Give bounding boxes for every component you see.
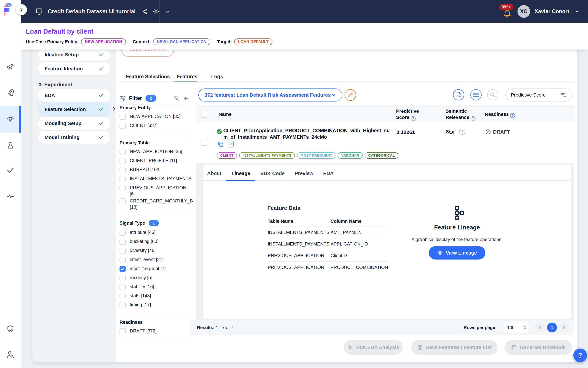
tab-features[interactable]: Features (177, 74, 197, 79)
filter-option[interactable]: bucketing [60] (119, 238, 190, 247)
checkbox[interactable] (119, 198, 126, 204)
semantic-relevance-value: 8/10 ? (446, 129, 465, 135)
feature-name[interactable]: CLIENT_PriorApplication_PRODUCT_COMBINAT… (223, 127, 392, 140)
detail-tab-sdk-code[interactable]: SDK Code (260, 171, 285, 176)
checkbox[interactable] (119, 149, 126, 155)
user-menu-chevron-icon[interactable] (574, 9, 580, 14)
telescope-icon[interactable] (7, 62, 14, 70)
avatar[interactable]: XC (517, 5, 530, 18)
tab-logs[interactable]: Logs (211, 74, 223, 79)
share-icon[interactable] (141, 8, 147, 15)
sidebar-item-eda[interactable]: EDA (38, 89, 110, 102)
filter-option[interactable]: NEW APPLICATION [35] (119, 112, 190, 121)
flask-icon[interactable] (7, 142, 14, 149)
feature-row[interactable]: CLIENT_PriorApplication_PRODUCT_COMBINAT… (196, 122, 574, 163)
row-checkbox[interactable] (201, 139, 208, 146)
generate-notebook-button[interactable]: Generate Notebook (505, 340, 572, 355)
filter-option[interactable]: CREDIT_CARD_MONTHLY_B [13] (119, 197, 190, 210)
notifications-bell-icon[interactable]: 999+ (502, 5, 514, 18)
checkbox[interactable] (119, 158, 126, 164)
copy-id-icon[interactable]: ID (227, 141, 233, 147)
page-number-button[interactable]: 1 (547, 322, 557, 332)
filter-option[interactable]: timing [17] (119, 301, 190, 310)
tab-feature-selections[interactable]: Feature Selections (126, 74, 170, 79)
detail-tab-preview[interactable]: Preview (295, 171, 313, 176)
checkbox[interactable] (119, 239, 126, 245)
checkbox[interactable] (119, 328, 126, 334)
checkbox[interactable] (119, 114, 126, 120)
detail-tab-lineage[interactable]: Lineage (232, 171, 250, 176)
detail-tab-eda[interactable]: EDA (323, 171, 334, 176)
filter-option[interactable]: CLIENT_PROFILE [11] (119, 157, 190, 166)
checkbox[interactable] (119, 176, 126, 182)
app-logo-icon[interactable] (3, 2, 17, 18)
magic-wand-button[interactable] (345, 89, 356, 101)
sidebar-item-modeling-setup[interactable]: Modeling Setup (38, 117, 110, 130)
save-features-button[interactable]: Save Features / Feature List (411, 340, 498, 355)
sort-by-dropdown[interactable]: Predictive Score (505, 89, 572, 101)
search-button[interactable] (487, 89, 498, 101)
help-icon[interactable]: ? (459, 129, 465, 135)
help-button[interactable]: ? (573, 349, 587, 362)
checkbox[interactable] (119, 284, 126, 290)
filter-option[interactable]: stability [16] (119, 283, 190, 292)
checkbox[interactable] (119, 185, 126, 191)
filter-option[interactable]: attribute [46] (119, 229, 190, 238)
filter-option[interactable]: DRAFT [372] (119, 327, 190, 336)
copy-icon[interactable] (217, 141, 224, 147)
chevron-right-icon[interactable] (111, 106, 116, 111)
checkbox-checked[interactable] (119, 266, 126, 272)
filter-option[interactable]: stats [148] (119, 292, 190, 301)
prev-page-button[interactable] (535, 322, 545, 332)
project-menu-chevron-icon[interactable] (165, 9, 170, 14)
checkbox[interactable] (119, 230, 126, 236)
filter-option[interactable]: recency [5] (119, 274, 190, 283)
sidebar-item-feature-ideation[interactable]: Feature Ideation (38, 62, 110, 75)
view-lineage-button[interactable]: View Lineage (429, 246, 485, 259)
checkbox[interactable] (119, 302, 126, 308)
help-icon[interactable]: ? (510, 113, 515, 118)
chevron-down-icon (331, 92, 336, 98)
sidebar-item-feature-selection[interactable]: Feature Selection (38, 103, 110, 116)
user-search-icon[interactable] (7, 350, 14, 359)
clear-filters-icon[interactable] (173, 95, 179, 101)
collapse-filter-panel-icon[interactable] (184, 95, 190, 101)
filter-option[interactable]: diversity [46] (119, 247, 190, 256)
filter-option[interactable]: INSTALLMENTS_PAYMENTS (119, 175, 190, 184)
stepper-chevrons-icon[interactable] (524, 325, 526, 330)
settings-gear-icon[interactable] (153, 8, 159, 15)
filter-option[interactable]: PREVIOUS_APPLICATION [6 (119, 184, 190, 197)
sidebar-expand-button[interactable] (16, 4, 27, 15)
checkbox[interactable] (119, 248, 126, 254)
filter-option[interactable]: CLIENT [337] (119, 121, 190, 130)
checkbox[interactable] (119, 167, 126, 173)
select-columns-button[interactable] (470, 89, 482, 101)
checkbox[interactable] (119, 257, 126, 263)
next-page-button[interactable] (559, 322, 569, 332)
checkbox[interactable] (119, 275, 126, 281)
head-gear-icon[interactable] (7, 88, 14, 96)
filter-option[interactable]: NEW_APPLICATION [35] (119, 147, 190, 157)
filter-option-most-frequent[interactable]: most_frequent [7] (119, 265, 190, 274)
feature-list-dropdown[interactable]: 372 features: Loan Default Risk Assessme… (198, 89, 342, 101)
filter-option[interactable]: BUREAU [103] (119, 166, 190, 175)
shield-check-icon[interactable] (7, 325, 14, 333)
sidebar-item-ideation-setup[interactable]: Ideation Setup (38, 48, 110, 61)
detail-tab-about[interactable]: About (207, 171, 222, 176)
filter-option[interactable]: latest_event [27] (119, 256, 190, 265)
help-icon[interactable]: ? (411, 116, 416, 121)
draft-status-icon (485, 129, 491, 135)
lightbulb-icon[interactable] (6, 115, 15, 123)
select-all-checkbox[interactable] (201, 111, 208, 118)
help-icon[interactable]: ? (471, 116, 475, 121)
sidebar-item-model-training[interactable]: Model Training (38, 131, 110, 144)
run-eda-analysis-button[interactable]: Run EDA Analysis (344, 340, 403, 355)
activity-icon[interactable] (7, 192, 14, 200)
check-icon[interactable] (7, 166, 14, 174)
tag-category: CATEGORICAL (365, 152, 398, 159)
rows-per-page-select[interactable]: 100 (503, 322, 529, 333)
checkbox[interactable] (119, 293, 126, 299)
primary-entity-label: Use Case Primary Entity: (26, 39, 79, 45)
export-csv-button[interactable]: CSV (453, 89, 464, 101)
checkbox[interactable] (119, 123, 126, 129)
